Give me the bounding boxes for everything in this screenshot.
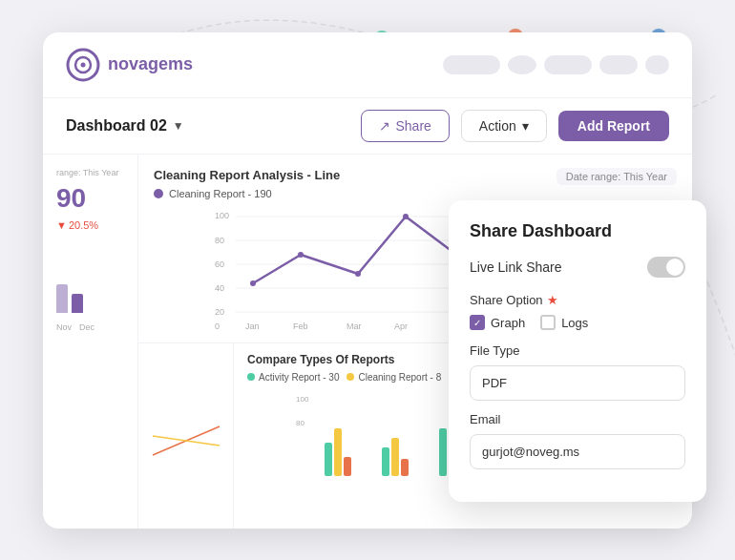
toolbar: Dashboard 02 ▼ ↗ Share Action ▾ Add Repo…: [43, 98, 692, 155]
graph-checkbox-item[interactable]: ✓ Graph: [470, 315, 525, 330]
email-input[interactable]: [470, 434, 685, 469]
required-star: ★: [547, 293, 558, 307]
header-pill-4: [645, 55, 669, 74]
svg-rect-40: [382, 447, 389, 476]
file-type-label: File Type: [470, 343, 685, 358]
logs-checkbox-item[interactable]: Logs: [540, 315, 588, 330]
mini-bars: [56, 265, 124, 313]
svg-text:Apr: Apr: [394, 321, 408, 331]
mini-bar-2: [72, 294, 83, 313]
share-option-label: Share Option ★: [470, 293, 685, 307]
svg-text:40: 40: [215, 283, 224, 293]
svg-text:Jan: Jan: [245, 321, 260, 331]
bar-label-2: Dec: [79, 322, 94, 332]
svg-point-19: [355, 271, 361, 277]
live-link-row: Live Link Share: [470, 257, 685, 278]
svg-rect-37: [325, 443, 332, 476]
legend-cleaning-label: Cleaning Report - 8: [358, 372, 441, 383]
legend-dot-1: [154, 189, 163, 198]
svg-rect-43: [439, 428, 447, 476]
svg-line-34: [153, 436, 220, 446]
svg-rect-39: [344, 457, 351, 476]
svg-point-5: [81, 62, 86, 67]
share-panel-title: Share Dashboard: [470, 221, 685, 241]
dashboard-title: Dashboard 02: [66, 117, 167, 135]
chevron-down-icon: ▼: [173, 119, 184, 133]
small-chart-svg: [148, 398, 224, 474]
action-button[interactable]: Action ▾: [461, 110, 547, 142]
bottom-left-widget: [138, 343, 234, 529]
svg-text:Feb: Feb: [293, 321, 308, 331]
logs-checkbox[interactable]: [540, 315, 556, 330]
dashboard-selector[interactable]: Dashboard 02 ▼: [66, 117, 349, 135]
add-report-button[interactable]: Add Report: [558, 111, 669, 141]
svg-rect-42: [401, 459, 409, 476]
legend-circle-cleaning: [346, 373, 354, 381]
graph-label: Graph: [491, 316, 525, 330]
legend-activity: Activity Report - 30: [247, 372, 339, 383]
share-button[interactable]: ↗ Share: [361, 110, 450, 142]
widget-change: ▼ 20.5%: [56, 219, 124, 231]
share-panel: Share Dashboard Live Link Share Share Op…: [449, 200, 706, 502]
mini-bar-1: [56, 284, 68, 313]
svg-rect-41: [391, 438, 399, 476]
live-link-label: Live Link Share: [470, 259, 562, 275]
header-pill-3: [599, 55, 638, 74]
header: novagems: [43, 32, 692, 98]
widget-change-value: 20.5%: [69, 219, 98, 231]
svg-text:20: 20: [215, 307, 224, 317]
email-label: Email: [470, 412, 685, 426]
legend-cleaning: Cleaning Report - 8: [346, 372, 441, 383]
header-pill-2: [544, 55, 592, 74]
logo-icon: [66, 48, 100, 82]
svg-rect-38: [334, 428, 342, 476]
svg-text:0: 0: [215, 321, 220, 331]
share-label: Share: [396, 118, 431, 134]
logo-text: novagems: [108, 54, 193, 74]
logs-label: Logs: [561, 316, 588, 330]
svg-text:Mar: Mar: [346, 321, 362, 331]
share-icon: ↗: [379, 118, 390, 134]
bar-label-1: Nov: [56, 322, 72, 332]
svg-point-18: [298, 252, 304, 258]
header-pill: [443, 55, 500, 74]
svg-text:80: 80: [215, 236, 224, 245]
bar-labels: Nov Dec: [56, 322, 124, 332]
action-label: Action: [479, 118, 516, 134]
date-range-badge: Date range: This Year: [556, 168, 677, 185]
legend-activity-label: Activity Report - 30: [259, 372, 339, 383]
svg-text:80: 80: [296, 419, 304, 427]
logo-area: novagems: [66, 48, 431, 82]
left-widget: range: This Year 90 ▼ 20.5% Nov Dec: [43, 155, 138, 529]
graph-checkbox[interactable]: ✓: [470, 315, 485, 330]
svg-text:60: 60: [215, 259, 224, 269]
toggle-knob: [666, 259, 683, 276]
chart-legend: Cleaning Report - 190: [154, 188, 677, 199]
checkbox-row: ✓ Graph Logs: [470, 315, 685, 330]
header-pills: [443, 55, 669, 74]
svg-point-17: [250, 280, 256, 286]
legend-circle-activity: [247, 373, 255, 381]
live-link-toggle[interactable]: [647, 257, 685, 278]
svg-text:100: 100: [296, 395, 309, 404]
header-pill-circle: [508, 55, 536, 74]
svg-point-20: [403, 214, 409, 219]
add-report-label: Add Report: [578, 118, 650, 134]
down-arrow-icon: ▼: [56, 219, 67, 231]
file-type-input[interactable]: [470, 365, 685, 401]
action-chevron-icon: ▾: [522, 118, 529, 134]
svg-text:100: 100: [215, 211, 229, 220]
widget-date-label: range: This Year: [56, 168, 124, 177]
widget-number: 90: [56, 183, 124, 214]
legend-label-1: Cleaning Report - 190: [169, 188, 272, 199]
